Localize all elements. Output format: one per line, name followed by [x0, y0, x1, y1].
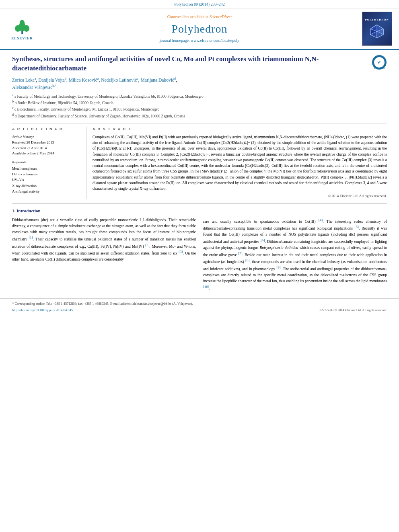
- article-title: Syntheses, structures and antifungal act…: [12, 55, 368, 73]
- affiliation-b: b b Ruđer Bošković Institute, Bijenička …: [12, 99, 387, 106]
- history-online: Available online 2 May 2014: [12, 151, 81, 156]
- journal-cover-area: POLYHEDRON: [359, 12, 395, 46]
- history-accepted: Accepted 23 April 2014: [12, 146, 81, 151]
- divider-2: [12, 203, 387, 204]
- intro-col-2: rare and usually susceptible to spontane…: [203, 217, 387, 291]
- abstract-heading: A B S T R A C T: [93, 127, 387, 132]
- keywords-label: Keywords:: [12, 160, 81, 165]
- sciencedirect-name: ScienceDirect: [210, 14, 232, 19]
- svg-text:CrossMark: CrossMark: [374, 67, 385, 69]
- author-marijana: Marijana Đaković: [141, 78, 174, 82]
- author-aleksandar: Aleksandar Višnjevac: [12, 85, 52, 90]
- authors-line: Zorica Lekaa, Danijela Vojtab, Milica Ko…: [12, 76, 387, 91]
- abstract-text: Complexes of Co(II), Co(III), Mo(VI) and…: [93, 134, 387, 192]
- keyword-5: Antifungal activity: [12, 189, 81, 194]
- sciencedirect-link[interactable]: Contents lists available at ScienceDirec…: [167, 14, 232, 20]
- polyhedron-cover-image: POLYHEDRON: [362, 12, 392, 46]
- keyword-2: Dithiocarbamates: [12, 171, 81, 177]
- issn-text: 0277-5387/© 2014 Elsevier Ltd. All right…: [320, 308, 387, 312]
- affiliation-a: a a Faculty of Metallurgy and Technology…: [12, 93, 387, 99]
- article-container: Syntheses, structures and antifungal act…: [0, 50, 399, 295]
- doi-link[interactable]: http://dx.doi.org/10.1016/j.poly.2014.04…: [12, 308, 73, 313]
- history-received: Received 20 December 2013: [12, 140, 81, 146]
- intro-text-col2: rare and usually susceptible to spontane…: [203, 220, 387, 290]
- intro-text-col1: Dithiocarbamates (dtc) are a versatile c…: [12, 218, 196, 261]
- introduction-section: 1. Introduction Dithiocarbamates (dtc) a…: [12, 208, 387, 291]
- homepage-url: www.elsevier.com/locate/poly: [191, 38, 239, 43]
- copyright-line: © 2014 Elsevier Ltd. All rights reserved…: [93, 193, 387, 199]
- footnote-text: * Corresponding author. Tel.: +385 1 457…: [12, 301, 387, 306]
- author-zorica: Zorica Leka: [12, 78, 35, 82]
- journal-homepage: journal homepage: www.elsevier.com/locat…: [160, 38, 239, 43]
- keyword-1: Metal complexes: [12, 166, 81, 171]
- intro-col-1: Dithiocarbamates (dtc) are a versatile c…: [12, 217, 196, 291]
- keyword-3: UV–Vis: [12, 177, 81, 183]
- elsevier-tree-icon: [11, 17, 33, 35]
- crossmark-icon: ✓ CrossMark: [372, 55, 387, 70]
- article-history: Article history: Received 20 December 20…: [12, 134, 81, 156]
- journal-volume-ref: Polyhedron 80 (2014) 233–242: [174, 2, 224, 6]
- keyword-4: X-ray diffraction: [12, 183, 81, 189]
- elsevier-label: ELSEVIER: [11, 36, 33, 41]
- keywords-section: Keywords: Metal complexes Dithiocarbamat…: [12, 160, 81, 195]
- elsevier-logo: ELSEVIER: [11, 17, 33, 41]
- intro-heading: 1. Introduction: [12, 208, 387, 214]
- author-danijela: Danijela Vojta: [38, 78, 65, 82]
- article-info-heading: A R T I C L E I N F O: [12, 127, 81, 132]
- svg-point-2: [15, 25, 21, 31]
- svg-point-3: [23, 25, 29, 31]
- divider-1: [12, 123, 387, 123]
- article-info-column: A R T I C L E I N F O Article history: R…: [12, 127, 86, 199]
- polyhedron-shape-icon: [369, 23, 385, 39]
- affiliation-d: d d Department of Chemistry, Faculty of …: [12, 113, 387, 119]
- journal-name: Polyhedron: [171, 21, 227, 37]
- journal-center-header: Contents lists available at ScienceDirec…: [43, 12, 356, 46]
- footer-area: * Corresponding author. Tel.: +385 1 457…: [0, 298, 399, 314]
- svg-point-4: [19, 20, 25, 27]
- journal-reference-bar: Polyhedron 80 (2014) 233–242: [0, 0, 399, 8]
- intro-two-col: Dithiocarbamates (dtc) are a versatile c…: [12, 217, 387, 291]
- article-title-area: Syntheses, structures and antifungal act…: [12, 55, 387, 73]
- elsevier-logo-area: ELSEVIER: [4, 12, 40, 46]
- article-info-abstract-section: A R T I C L E I N F O Article history: R…: [12, 127, 387, 199]
- page-wrapper: Polyhedron 80 (2014) 233–242 ELSEVIER Co…: [0, 0, 399, 314]
- affiliations-block: a a Faculty of Metallurgy and Technology…: [12, 93, 387, 119]
- history-label: Article history:: [12, 134, 81, 140]
- crossmark-badge: ✓ CrossMark: [372, 55, 387, 73]
- journal-header: ELSEVIER Contents lists available at Sci…: [0, 8, 399, 50]
- author-nedeljko: Nedeljko Latinović: [101, 78, 137, 82]
- cover-title: POLYHEDRON: [365, 18, 389, 22]
- abstract-column: A B S T R A C T Complexes of Co(II), Co(…: [93, 127, 387, 199]
- author-milica: Milica Kosović: [69, 78, 97, 82]
- svg-text:✓: ✓: [377, 60, 381, 65]
- affiliation-c: c c Biotechnical Faculty, University of …: [12, 106, 387, 112]
- doi-links-area: http://dx.doi.org/10.1016/j.poly.2014.04…: [12, 308, 387, 313]
